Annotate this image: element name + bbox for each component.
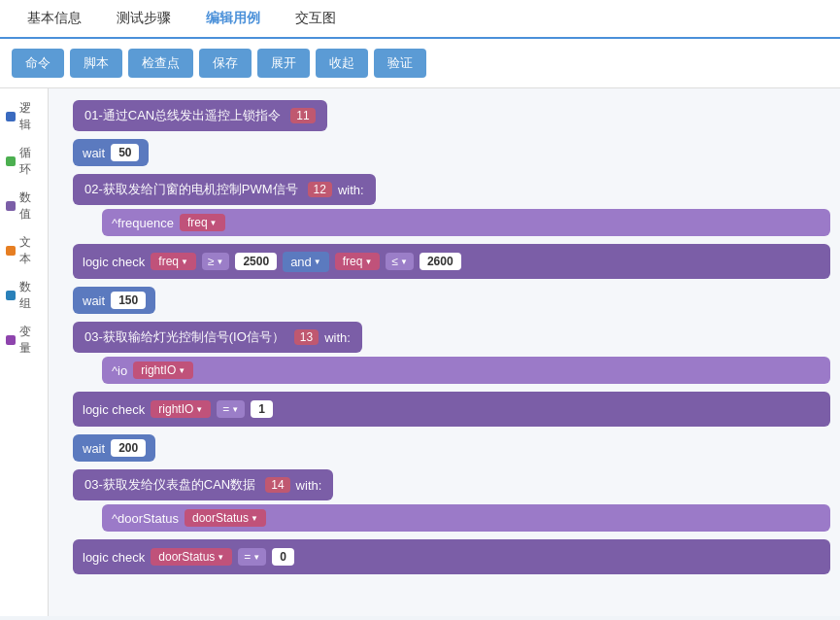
block3-param: ^io [112,363,127,378]
block2-num: 12 [308,182,332,197]
block2-param: ^frequence [112,216,174,230]
wait-1[interactable]: wait 50 [73,139,149,166]
tab-edit[interactable]: 编辑用例 [188,0,278,37]
var-dot [6,335,16,345]
tab-steps[interactable]: 测试步骤 [99,0,188,37]
sidebar-item-loop[interactable]: 循环 [0,143,48,180]
logic-dot [6,112,16,121]
lc2-var1[interactable]: rightIO ▼ [151,400,211,418]
sidebar-label-value: 数值 [19,189,42,223]
block-1[interactable]: 01-通过CAN总线发出遥控上锁指令 11 [73,100,327,131]
lc1-label: logic check [83,255,145,269]
wait1-value: 50 [111,144,139,161]
block4-num: 14 [265,477,289,493]
block2-label: 02-获取发给门窗的电机控制PWM信号 [84,181,298,198]
block4-with: with: [296,478,322,493]
lc1-val1: 2500 [235,253,277,270]
cmd-button[interactable]: 命令 [12,49,64,78]
block2-with: with: [338,183,364,197]
block2-var-arrow: ▼ [210,219,218,227]
lc1-op1[interactable]: ≥ ▼ [202,253,230,270]
section-wait2: wait 150 [73,285,830,316]
sidebar-label-logic: 逻辑 [19,100,42,133]
checkpoint-button[interactable]: 检查点 [128,49,193,78]
text-dot [6,246,16,256]
value-dot [6,201,16,211]
logic-check-1[interactable]: logic check freq ▼ ≥ ▼ 2500 and ▼ [73,244,830,279]
wait2-label: wait [83,293,105,308]
wait-2[interactable]: wait 150 [73,287,155,314]
lc3-label: logic check [83,550,145,565]
section-logic3: logic check doorStatus ▼ = ▼ 0 [73,537,830,576]
loop-dot [6,156,16,166]
sidebar-label-text: 文本 [19,234,42,267]
sidebar-item-value[interactable]: 数值 [0,188,48,224]
tab-basic[interactable]: 基本信息 [10,0,99,37]
wait1-label: wait [83,146,105,160]
app-container: 基本信息 测试步骤 编辑用例 交互图 命令 脚本 检查点 保存 展开 收起 验证… [0,0,840,616]
toolbar: 命令 脚本 检查点 保存 展开 收起 验证 [0,39,840,88]
wait2-value: 150 [111,292,146,309]
tab-bar: 基本信息 测试步骤 编辑用例 交互图 [0,0,840,39]
section-2: 02-获取发给门窗的电机控制PWM信号 12 with: ^frequence … [73,172,830,238]
block1-num: 11 [290,108,315,123]
section-4: 03-获取发给仪表盘的CAN数据 14 with: ^doorStatus do… [73,467,830,534]
block3-with: with: [324,330,351,345]
sidebar-item-var[interactable]: 变量 [0,322,48,359]
section-1: 01-通过CAN总线发出遥控上锁指令 11 [73,98,830,133]
block3-label: 03-获取输给灯光控制信号(IO信号） [84,328,285,346]
sidebar: 逻辑 循环 数值 文本 数组 变量 [0,88,49,616]
block3-param-row: ^io rightIO ▼ [102,357,830,384]
block4-param: ^doorStatus [112,511,179,526]
expand-button[interactable]: 展开 [257,49,310,78]
verify-button[interactable]: 验证 [374,49,426,78]
collapse-button[interactable]: 收起 [316,49,368,78]
block4-label: 03-获取发给仪表盘的CAN数据 [84,476,255,494]
block2-param-row: ^frequence freq ▼ [102,209,830,236]
section-logic1: logic check freq ▼ ≥ ▼ 2500 and ▼ [73,242,830,281]
block3-var[interactable]: rightIO ▼ [133,362,193,379]
wait3-value: 200 [111,439,146,457]
block-3[interactable]: 03-获取输给灯光控制信号(IO信号） 13 with: [73,322,362,353]
blocks-container: 01-通过CAN总线发出遥控上锁指令 11 wait 50 02-获取发给门窗的… [73,98,830,580]
wait-3[interactable]: wait 200 [73,434,155,462]
lc1-and[interactable]: and ▼ [283,252,329,272]
block2-var[interactable]: freq ▼ [180,214,225,231]
save-button[interactable]: 保存 [199,49,252,78]
lc1-var2[interactable]: freq ▼ [335,253,381,270]
section-wait3: wait 200 [73,432,830,464]
section-logic2: logic check rightIO ▼ = ▼ 1 [73,390,830,429]
block3-num: 13 [294,329,319,345]
canvas: 01-通过CAN总线发出遥控上锁指令 11 wait 50 02-获取发给门窗的… [49,88,840,616]
block-4[interactable]: 03-获取发给仪表盘的CAN数据 14 with: [73,469,333,500]
block1-label: 01-通过CAN总线发出遥控上锁指令 [84,107,281,124]
block-2[interactable]: 02-获取发给门窗的电机控制PWM信号 12 with: [73,174,376,205]
sidebar-label-loop: 循环 [19,145,42,178]
tab-interaction[interactable]: 交互图 [278,0,353,37]
sidebar-item-text[interactable]: 文本 [0,232,48,269]
sidebar-item-array[interactable]: 数组 [0,277,48,314]
lc2-val1: 1 [251,400,273,418]
sidebar-item-logic[interactable]: 逻辑 [0,98,48,135]
sidebar-label-var: 变量 [19,324,42,357]
logic-check-3[interactable]: logic check doorStatus ▼ = ▼ 0 [73,539,830,574]
wait3-label: wait [83,441,105,456]
lc1-val2: 2600 [420,253,461,270]
section-3: 03-获取输给灯光控制信号(IO信号） 13 with: ^io rightIO… [73,320,830,386]
block4-param-row: ^doorStatus doorStatus ▼ [102,504,830,532]
lc3-op1[interactable]: = ▼ [238,548,266,566]
lc2-label: logic check [83,402,145,417]
section-wait1: wait 50 [73,137,830,168]
block4-var[interactable]: doorStatus ▼ [185,509,266,527]
lc1-op2[interactable]: ≤ ▼ [386,253,414,270]
array-dot [6,291,16,300]
lc3-val1: 0 [272,548,294,566]
script-button[interactable]: 脚本 [70,49,122,78]
lc1-var1[interactable]: freq ▼ [151,253,196,270]
lc2-op1[interactable]: = ▼ [217,400,245,418]
logic-check-2[interactable]: logic check rightIO ▼ = ▼ 1 [73,392,830,427]
main-area: 逻辑 循环 数值 文本 数组 变量 [0,88,840,616]
lc3-var1[interactable]: doorStatus ▼ [151,548,232,566]
sidebar-label-array: 数组 [19,279,42,312]
